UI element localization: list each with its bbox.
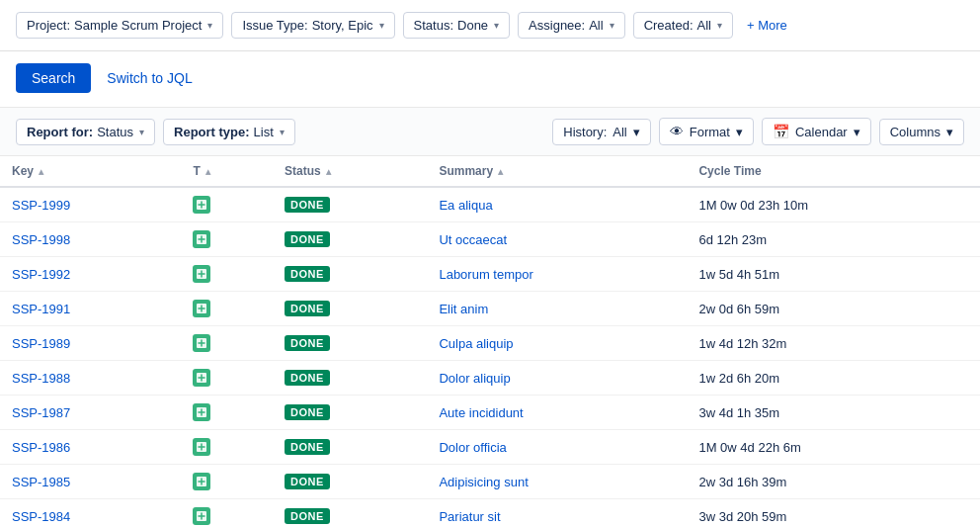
created-filter[interactable]: Created: All ▾ (633, 12, 733, 39)
issue-summary-link[interactable]: Adipisicing sunt (439, 475, 528, 489)
columns-button[interactable]: Columns ▾ (879, 119, 964, 145)
project-filter[interactable]: Project: Sample Scrum Project ▾ (16, 12, 223, 39)
col-header-summary[interactable]: Summary ▴ (427, 156, 687, 187)
cell-cycle-time: 1w 2d 6h 20m (687, 361, 980, 396)
report-for-select[interactable]: Report for: Status ▾ (16, 119, 155, 145)
issue-summary-link[interactable]: Dolor aliquip (439, 371, 510, 386)
issue-summary-link[interactable]: Culpa aliquip (439, 336, 513, 351)
cell-key: SSP-1989 (0, 326, 181, 361)
issue-key-link[interactable]: SSP-1988 (12, 371, 70, 386)
cell-status: DONE (273, 187, 427, 222)
table-row: SSP-1991 DONE Elit anim 2w 0d 6h 59m (0, 292, 980, 326)
cell-type (181, 499, 273, 529)
project-value: Sample Scrum Project (74, 18, 202, 33)
table-row: SSP-1984 DONE Pariatur sit 3w 3d 20h 59m (0, 499, 980, 529)
switch-to-jql-button[interactable]: Switch to JQL (107, 70, 192, 86)
cycle-time-value: 3w 4d 1h 35m (698, 405, 779, 420)
issue-key-link[interactable]: SSP-1986 (12, 440, 70, 455)
status-badge: DONE (285, 508, 330, 524)
summary-sort-icon: ▴ (498, 166, 503, 177)
calendar-chevron: ▾ (854, 125, 860, 139)
cell-status: DONE (273, 292, 427, 326)
cell-type (181, 430, 273, 465)
issue-summary-link[interactable]: Ut occaecat (439, 232, 507, 247)
cell-status: DONE (273, 222, 427, 257)
issue-key-link[interactable]: SSP-1984 (12, 509, 70, 524)
issue-type-icon (193, 438, 210, 456)
created-value: All (697, 18, 711, 33)
issues-table: Key ▴ T ▴ Status ▴ Summary ▴ Cycle Time … (0, 156, 980, 528)
issue-key-link[interactable]: SSP-1998 (12, 232, 70, 247)
cell-summary: Aute incididunt (427, 396, 687, 430)
format-label: Format (690, 125, 730, 139)
issue-type-icon (193, 473, 210, 490)
col-header-cycle-time: Cycle Time (687, 156, 980, 187)
report-for-chevron: ▾ (139, 127, 144, 137)
issue-key-link[interactable]: SSP-1991 (12, 302, 70, 316)
history-value: All (612, 125, 626, 139)
cycle-time-value: 2w 3d 16h 39m (698, 475, 786, 489)
cell-type (181, 326, 273, 361)
cycle-time-value: 1M 0w 4d 22h 6m (698, 440, 800, 455)
issue-summary-link[interactable]: Aute incididunt (439, 405, 523, 420)
issue-type-value: Story, Epic (312, 18, 373, 33)
issue-key-link[interactable]: SSP-1999 (12, 198, 70, 213)
issue-summary-link[interactable]: Elit anim (439, 302, 488, 316)
cell-status: DONE (273, 465, 427, 499)
cell-type (181, 187, 273, 222)
cycle-time-value: 6d 12h 23m (698, 232, 767, 247)
issue-type-icon (193, 403, 210, 421)
report-type-select[interactable]: Report type: List ▾ (163, 119, 295, 145)
issue-summary-link[interactable]: Ea aliqua (439, 198, 492, 213)
issue-type-icon (193, 507, 210, 525)
cell-summary: Culpa aliquip (427, 326, 687, 361)
table-header: Key ▴ T ▴ Status ▴ Summary ▴ Cycle Time (0, 156, 980, 187)
calendar-button[interactable]: 📅 Calendar ▾ (762, 118, 871, 145)
issue-key-link[interactable]: SSP-1989 (12, 336, 70, 351)
history-select[interactable]: History: All ▾ (552, 119, 651, 145)
cell-type (181, 361, 273, 396)
cell-cycle-time: 1w 5d 4h 51m (687, 257, 980, 292)
assignee-filter[interactable]: Assignee: All ▾ (518, 12, 625, 39)
cell-status: DONE (273, 396, 427, 430)
cell-cycle-time: 6d 12h 23m (687, 222, 980, 257)
cell-type (181, 292, 273, 326)
format-button[interactable]: 👁 Format ▾ (659, 118, 754, 145)
cell-type (181, 465, 273, 499)
cell-cycle-time: 1M 0w 0d 23h 10m (687, 187, 980, 222)
status-chevron: ▾ (494, 20, 499, 31)
issue-summary-link[interactable]: Laborum tempor (439, 267, 532, 282)
columns-label: Columns (890, 125, 940, 139)
report-type-label: Report type: (174, 125, 250, 139)
issue-summary-link[interactable]: Dolor officia (439, 440, 506, 455)
filter-bar: Project: Sample Scrum Project ▾ Issue Ty… (0, 0, 980, 51)
status-label: Status: (414, 18, 453, 33)
format-chevron: ▾ (736, 125, 743, 139)
search-button[interactable]: Search (16, 63, 91, 93)
status-filter[interactable]: Status: Done ▾ (403, 12, 511, 39)
table-row: SSP-1987 DONE Aute incididunt 3w 4d 1h 3… (0, 396, 980, 430)
cell-cycle-time: 1M 0w 4d 22h 6m (687, 430, 980, 465)
issues-table-container: Key ▴ T ▴ Status ▴ Summary ▴ Cycle Time … (0, 156, 980, 528)
key-sort-icon: ▴ (39, 166, 43, 177)
report-type-chevron: ▾ (280, 127, 285, 137)
status-badge: DONE (285, 335, 330, 351)
issue-summary-link[interactable]: Pariatur sit (439, 509, 500, 524)
cell-key: SSP-1987 (0, 396, 181, 430)
more-filters-button[interactable]: + More (741, 13, 793, 38)
issue-key-link[interactable]: SSP-1992 (12, 267, 70, 282)
issue-key-link[interactable]: SSP-1985 (12, 475, 70, 489)
cell-key: SSP-1999 (0, 187, 181, 222)
cell-cycle-time: 2w 0d 6h 59m (687, 292, 980, 326)
status-badge: DONE (285, 474, 330, 489)
col-header-key[interactable]: Key ▴ (0, 156, 181, 187)
table-row: SSP-1988 DONE Dolor aliquip 1w 2d 6h 20m (0, 361, 980, 396)
cell-summary: Ut occaecat (427, 222, 687, 257)
issue-key-link[interactable]: SSP-1987 (12, 405, 70, 420)
col-header-type[interactable]: T ▴ (181, 156, 273, 187)
col-header-status[interactable]: Status ▴ (273, 156, 427, 187)
report-for-label: Report for: (27, 125, 93, 139)
calendar-icon: 📅 (773, 124, 789, 139)
issue-type-filter[interactable]: Issue Type: Story, Epic ▾ (231, 12, 394, 39)
cell-type (181, 222, 273, 257)
